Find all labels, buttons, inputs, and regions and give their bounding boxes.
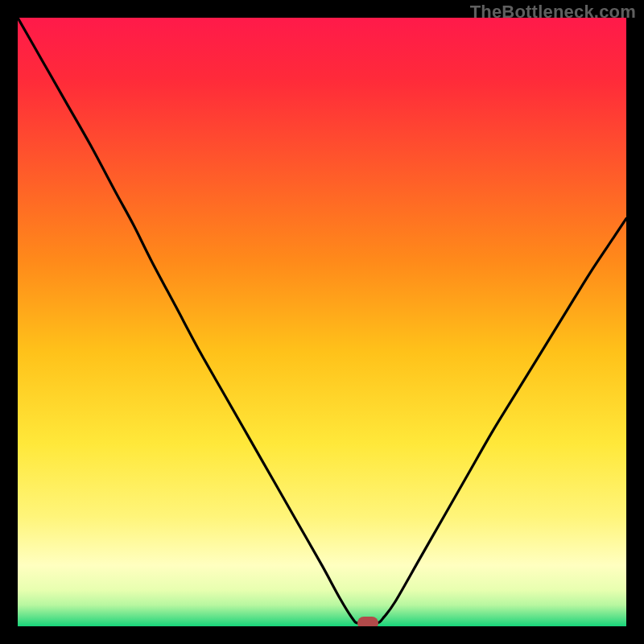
plot-svg (18, 18, 626, 626)
chart-frame: TheBottleneck.com (0, 0, 644, 644)
gradient-background (18, 18, 626, 626)
plot-area (18, 18, 626, 626)
optimal-point-marker (357, 617, 378, 626)
